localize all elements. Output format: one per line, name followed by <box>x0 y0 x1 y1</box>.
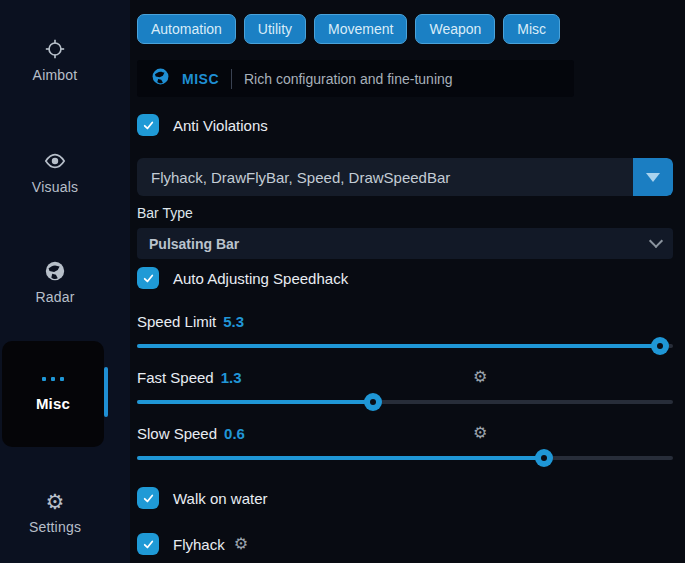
slider-handle[interactable] <box>651 337 669 355</box>
multiselect-value: Flyhack, DrawFlyBar, Speed, DrawSpeedBar <box>137 158 633 196</box>
sidebar-item-label: Visuals <box>32 179 78 195</box>
tab-automation[interactable]: Automation <box>137 14 236 44</box>
slider-handle[interactable] <box>364 393 382 411</box>
sidebar-item-visuals[interactable]: Visuals <box>0 150 110 196</box>
tab-weapon[interactable]: Weapon <box>415 14 495 44</box>
gear-icon[interactable]: ⚙ <box>473 425 487 441</box>
slider-label: Slow Speed <box>137 425 217 442</box>
divider <box>231 69 232 89</box>
eye-icon <box>0 150 110 172</box>
auto-adjusting-checkbox[interactable] <box>137 267 159 289</box>
speed-limit-slider[interactable] <box>137 337 673 355</box>
sidebar-item-label: Misc <box>36 395 70 412</box>
section-title: MISC <box>182 71 219 87</box>
tab-utility[interactable]: Utility <box>244 14 306 44</box>
select-value: Pulsating Bar <box>149 236 239 252</box>
globe-icon <box>0 260 110 282</box>
checkbox-label: Anti Violations <box>173 117 268 134</box>
slider-fill <box>137 344 660 348</box>
slider-value: 0.6 <box>224 425 245 442</box>
walk-on-water-row: Walk on water <box>137 487 673 509</box>
slider-value: 1.3 <box>221 369 242 386</box>
auto-adjusting-row: Auto Adjusting Speedhack <box>137 267 673 289</box>
checkbox-label: Walk on water <box>173 490 267 507</box>
globe-icon <box>151 67 170 90</box>
main-content: Automation Utility Movement Weapon Misc … <box>137 0 673 563</box>
anti-violations-checkbox[interactable] <box>137 114 159 136</box>
sidebar-item-aimbot[interactable]: Aimbot <box>0 38 110 84</box>
checkbox-label: Auto Adjusting Speedhack <box>173 270 348 287</box>
flyhack-row: Flyhack ⚙ <box>137 533 673 555</box>
tab-misc[interactable]: Misc <box>503 14 560 44</box>
triangle-down-icon <box>646 173 660 182</box>
chevron-down-icon <box>649 234 663 248</box>
slider-label: Speed Limit <box>137 313 216 330</box>
fast-speed-label-row: Fast Speed 1.3 ⚙ <box>137 369 673 386</box>
bar-type-select[interactable]: Pulsating Bar <box>137 228 673 259</box>
slow-speed-label-row: Slow Speed 0.6 ⚙ <box>137 425 673 442</box>
gear-icon[interactable]: ⚙ <box>473 369 487 385</box>
section-header: MISC Rich configuration and fine-tuning <box>137 60 574 97</box>
checkbox-label: Flyhack <box>173 536 225 553</box>
slider-fill <box>137 400 373 404</box>
sidebar-item-radar[interactable]: Radar <box>0 260 110 306</box>
slider-label: Fast Speed <box>137 369 214 386</box>
flyhack-checkbox[interactable] <box>137 533 159 555</box>
anti-violations-row: Anti Violations <box>137 114 673 136</box>
slider-value: 5.3 <box>223 313 244 330</box>
category-tabs: Automation Utility Movement Weapon Misc <box>137 14 673 44</box>
dropdown-button[interactable] <box>633 158 673 196</box>
crosshair-icon <box>0 38 110 60</box>
ellipsis-icon <box>42 377 64 381</box>
bar-multiselect[interactable]: Flyhack, DrawFlyBar, Speed, DrawSpeedBar <box>137 158 673 196</box>
tab-movement[interactable]: Movement <box>314 14 407 44</box>
fast-speed-slider[interactable] <box>137 393 673 411</box>
selected-indicator <box>104 367 108 417</box>
slider-fill <box>137 456 544 460</box>
sidebar-item-misc[interactable]: Misc <box>2 341 104 447</box>
sidebar-item-settings[interactable]: ⚙ Settings <box>0 490 110 536</box>
speed-limit-label-row: Speed Limit 5.3 <box>137 313 673 330</box>
cheat-menu-window: Aimbot Visuals Radar Mi <box>0 0 685 563</box>
walk-on-water-checkbox[interactable] <box>137 487 159 509</box>
slider-handle[interactable] <box>535 449 553 467</box>
section-subtitle: Rich configuration and fine-tuning <box>244 71 453 87</box>
sidebar-item-label: Radar <box>35 289 74 305</box>
sidebar-item-label: Aimbot <box>33 67 78 83</box>
gear-icon[interactable]: ⚙ <box>234 536 248 552</box>
sidebar-item-label: Settings <box>29 519 81 535</box>
slow-speed-slider[interactable] <box>137 449 673 467</box>
sidebar: Aimbot Visuals Radar Mi <box>0 0 130 563</box>
gear-icon: ⚙ <box>0 490 110 512</box>
bar-type-label: Bar Type <box>137 205 673 221</box>
